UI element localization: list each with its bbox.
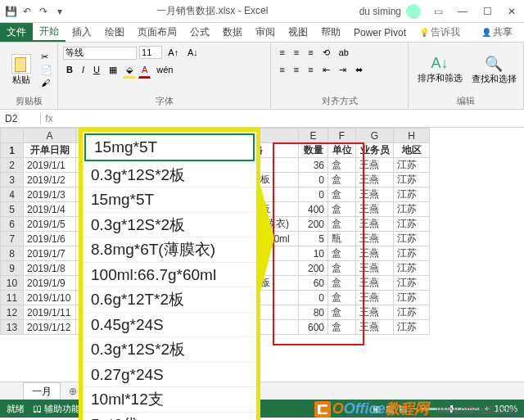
callout-row: 0.45g*24S: [83, 313, 256, 338]
decrease-font-icon[interactable]: A↓: [184, 46, 201, 59]
title-bar: 💾 ↶ ↷ ▾ 一月销售数据.xlsx - Excel du siming ▭ …: [0, 0, 524, 23]
col-header-g[interactable]: G: [356, 129, 394, 143]
callout-row: 0.27g*24S: [83, 363, 256, 388]
user-name[interactable]: du siming: [359, 6, 401, 17]
hdr-e[interactable]: 数量: [299, 143, 328, 158]
ribbon: 粘贴 ✂ 📄 🖌 剪贴板 A↑ A↓ B I U ▦ ⬙ A: [0, 43, 524, 110]
merge-center-icon[interactable]: ⬌: [352, 63, 366, 77]
hdr-a[interactable]: 开单日期: [24, 143, 76, 158]
border-icon[interactable]: ▦: [106, 63, 120, 79]
user-avatar[interactable]: [406, 4, 421, 19]
tab-insert[interactable]: 插入: [66, 23, 98, 42]
close-icon[interactable]: ✕: [499, 6, 524, 17]
tab-review[interactable]: 审阅: [249, 23, 282, 42]
tab-data[interactable]: 数据: [216, 23, 249, 42]
qat-more-icon[interactable]: ▾: [54, 6, 66, 17]
align-bottom-icon[interactable]: ≡: [305, 46, 316, 60]
align-middle-icon[interactable]: ≡: [291, 46, 302, 60]
font-name-input[interactable]: [63, 47, 137, 60]
share-button[interactable]: 共享: [475, 23, 519, 42]
callout-row: 15mg*5T: [83, 187, 256, 213]
decrease-indent-icon[interactable]: ⇤: [319, 63, 333, 77]
quick-access-toolbar: 💾 ↶ ↷ ▾: [0, 6, 66, 17]
callout-row: 5g*9袋: [83, 413, 256, 420]
paste-label: 粘贴: [12, 74, 30, 86]
zoom-callout: 15mg*5T0.3g*12S*2板15mg*5T0.3g*12S*2板8.8m…: [79, 128, 260, 420]
callout-row: 10ml*12支: [83, 387, 256, 413]
callout-row: 8.8mg*6T(薄膜衣): [83, 237, 256, 263]
copy-icon[interactable]: 📄: [41, 65, 52, 75]
tab-layout[interactable]: 页面布局: [131, 23, 183, 42]
format-painter-icon[interactable]: 🖌: [41, 78, 52, 88]
worksheet-area[interactable]: A B C D E F G H 1 开单日期 规格 数量 单位 业务员 地区 2…: [0, 128, 524, 382]
ribbon-group-editing: A↓ 排序和筛选 🔍 查找和选择 编辑: [409, 43, 524, 109]
save-icon[interactable]: 💾: [5, 6, 16, 17]
redo-icon[interactable]: ↷: [38, 6, 49, 17]
editing-group-label: 编辑: [413, 93, 518, 107]
font-group-label: 字体: [63, 93, 265, 107]
tab-formula[interactable]: 公式: [183, 23, 216, 42]
callout-row: 0.3g*12S*2板: [83, 337, 256, 363]
align-top-icon[interactable]: ≡: [276, 46, 287, 60]
col-header-f[interactable]: F: [328, 129, 356, 143]
orientation-icon[interactable]: ⟲: [319, 46, 333, 60]
tab-view[interactable]: 视图: [282, 23, 314, 42]
callout-row: 0.3g*12S*2板: [83, 163, 256, 188]
hdr-h[interactable]: 地区: [394, 143, 430, 158]
ribbon-group-font: A↑ A↓ B I U ▦ ⬙ A wén 字体: [58, 43, 271, 109]
sort-filter-button[interactable]: A↓ 排序和筛选: [413, 55, 466, 84]
increase-indent-icon[interactable]: ⇥: [336, 63, 350, 77]
tab-tell-me[interactable]: 告诉我: [413, 23, 467, 42]
sort-filter-label: 排序和筛选: [418, 72, 463, 84]
wrap-text-icon[interactable]: ab: [336, 46, 352, 60]
fill-color-icon[interactable]: ⬙: [123, 63, 136, 79]
select-all[interactable]: [1, 129, 24, 143]
align-group-label: 对齐方式: [276, 93, 403, 107]
callout-row: 15mg*5T: [84, 133, 255, 161]
align-center-icon[interactable]: ≡: [291, 63, 302, 77]
increase-font-icon[interactable]: A↑: [165, 46, 182, 59]
font-color-icon[interactable]: A: [138, 63, 151, 79]
tab-help[interactable]: 帮助: [314, 23, 347, 42]
sort-filter-icon: A↓: [431, 55, 448, 72]
tab-powerpivot[interactable]: Power Pivot: [347, 23, 413, 42]
align-left-icon[interactable]: ≡: [276, 63, 287, 77]
underline-button[interactable]: U: [90, 63, 103, 79]
watermark: OOffice教程网 www.office26.com: [314, 399, 516, 418]
sheet-tab[interactable]: 一月: [23, 382, 61, 400]
hdr-g[interactable]: 业务员: [356, 143, 394, 158]
find-select-button[interactable]: 🔍 查找和选择: [469, 55, 518, 85]
align-right-icon[interactable]: ≡: [305, 63, 316, 77]
paste-button[interactable]: 粘贴: [5, 54, 38, 86]
minimize-icon[interactable]: —: [450, 6, 475, 17]
phonetic-icon[interactable]: wén: [153, 63, 176, 79]
font-size-input[interactable]: [139, 46, 162, 59]
cut-icon[interactable]: ✂: [41, 52, 52, 62]
tab-draw[interactable]: 绘图: [98, 23, 131, 42]
italic-button[interactable]: I: [79, 63, 88, 79]
formula-bar: D2 fx: [0, 110, 524, 128]
tab-file[interactable]: 文件: [0, 23, 33, 42]
watermark-url: www.office26.com: [437, 404, 517, 416]
col-header-h[interactable]: H: [394, 129, 430, 143]
name-box[interactable]: D2: [0, 113, 41, 124]
ribbon-tabs: 文件 开始 插入 绘图 页面布局 公式 数据 审阅 视图 帮助 Power Pi…: [0, 23, 524, 43]
hdr-f[interactable]: 单位: [328, 143, 356, 158]
ribbon-group-align: ≡ ≡ ≡ ⟲ ab ≡ ≡ ≡ ⇤ ⇥ ⬌ 对齐方式: [271, 43, 409, 109]
col-header-a[interactable]: A: [24, 129, 76, 143]
bold-button[interactable]: B: [63, 63, 76, 79]
callout-row: 0.6g*12T*2板: [83, 287, 256, 313]
clipboard-label: 剪贴板: [5, 93, 52, 107]
find-icon: 🔍: [485, 55, 503, 73]
tab-home[interactable]: 开始: [33, 23, 66, 42]
ribbon-options-icon[interactable]: ▭: [426, 6, 450, 17]
status-ready: 就绪: [7, 403, 25, 415]
maximize-icon[interactable]: ☐: [475, 6, 499, 17]
undo-icon[interactable]: ↶: [21, 6, 33, 17]
col-header-e[interactable]: E: [299, 129, 328, 143]
fx-icon[interactable]: fx: [41, 113, 57, 124]
watermark-logo-icon: [314, 401, 331, 418]
callout-row: 100ml:66.7g*60ml: [83, 263, 256, 288]
paste-icon: [11, 54, 31, 74]
callout-row: 0.3g*12S*2板: [83, 213, 256, 238]
